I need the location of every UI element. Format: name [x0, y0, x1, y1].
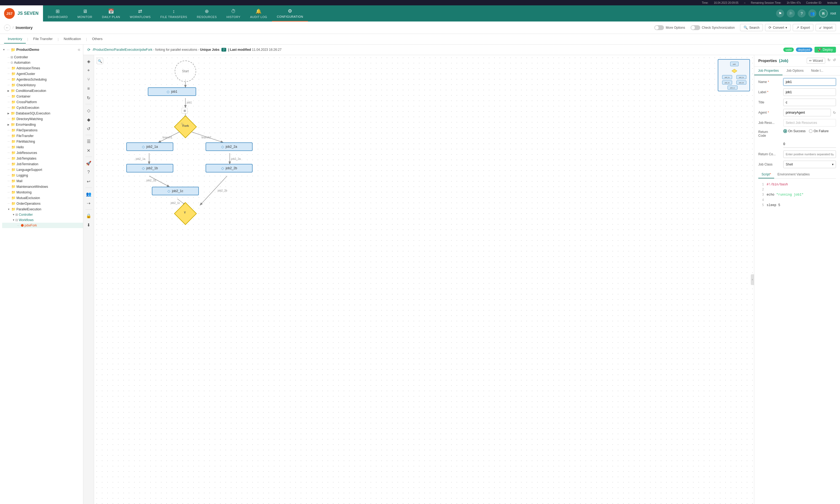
conditional-arrow[interactable]: ▶	[7, 89, 10, 92]
label-input[interactable]	[783, 88, 836, 96]
wf-node-job2-2b[interactable]: ◇ job2_2b	[205, 164, 253, 173]
panel-refresh-btn[interactable]: ↻	[827, 58, 830, 64]
canvas-search-btn[interactable]: 🔍	[97, 58, 103, 64]
radio-on-success[interactable]: On Success	[783, 129, 806, 133]
users-btn[interactable]: 👥	[808, 10, 816, 17]
check-sync-switch[interactable]	[691, 25, 700, 30]
sidebar-item-jobtemplates[interactable]: ··· 📁 JobTemplates	[2, 156, 83, 161]
sidebar-item-automation[interactable]: ··· ⊙ Automation	[2, 60, 83, 65]
job-resources-select[interactable]: Select Job Resources	[783, 119, 836, 127]
flag2-btn[interactable]: ⚐	[787, 10, 795, 17]
tool-users[interactable]: 👥	[85, 190, 93, 198]
tab-file-transfer[interactable]: File Transfer	[30, 35, 56, 43]
nav-history[interactable]: ⏱ HISTORY	[222, 5, 245, 21]
sidebar-item-parallelexecution[interactable]: ▼ 📁 ParallelExecution	[2, 206, 83, 212]
sidebar-item-monitoring[interactable]: ··· 📁 Monitoring	[2, 190, 83, 195]
sidebar-item-agent-cluster[interactable]: ··· 📁 AgentCluster	[2, 71, 83, 76]
wf-node-start[interactable]: Start	[175, 60, 196, 82]
tool-lock[interactable]: 🔒	[85, 212, 93, 220]
sidebar-item-languagesupport[interactable]: ··· 📁 LanguageSupport	[2, 167, 83, 173]
name-input[interactable]	[783, 78, 836, 86]
error-arrow[interactable]: ▶	[7, 123, 10, 126]
sidebar-item-mail[interactable]: ··· 📁 Mail	[2, 178, 83, 184]
sidebar-item-logging[interactable]: ··· 📁 Logging	[2, 173, 83, 178]
import-button[interactable]: ↙ Import	[816, 24, 836, 31]
pe-controller-arrow[interactable]: ▼	[12, 213, 15, 216]
sidebar-item-orderoperations[interactable]: ··· 📁 OrderOperations	[2, 201, 83, 206]
sidebar-item-hello[interactable]: ··· 📁 Hello	[2, 144, 83, 150]
root-expand-arrow[interactable]: ▼	[3, 48, 5, 51]
sidebar-item-database[interactable]: ▶ 📁 DatabaseSQLExecution	[2, 110, 83, 116]
return-code-2-input[interactable]	[783, 150, 836, 158]
parallel-arrow[interactable]: ▼	[7, 208, 10, 211]
back-button[interactable]: ←	[4, 24, 11, 31]
export-button[interactable]: ↗ Export	[793, 24, 814, 31]
prop-tab-job-options[interactable]: Job Options	[783, 67, 807, 75]
flag-btn[interactable]: ⚑	[776, 10, 784, 17]
prop-tab-job-properties[interactable]: Job Properties	[754, 67, 783, 75]
nav-monitor[interactable]: 🖥 MONITOR	[73, 5, 97, 21]
tab-notification[interactable]: Notification	[60, 35, 85, 43]
sidebar-item-mutualexclusion[interactable]: ··· 📁 MutualExclusion	[2, 195, 83, 201]
sidebar-item-fileoperations[interactable]: ··· 📁 FileOperations	[2, 127, 83, 133]
tool-pointer[interactable]: ⌖	[85, 66, 93, 74]
sidebar-item-agentless[interactable]: ··· 📁 AgentlessScheduling	[2, 76, 83, 82]
sidebar-item-container[interactable]: ··· 📁 Container	[2, 93, 83, 99]
tool-select[interactable]: ◈	[85, 57, 93, 65]
nav-daily-plan[interactable]: 📅 DAILY PLAN	[97, 5, 125, 21]
panel-collapse-handle[interactable]: ‹	[751, 274, 754, 285]
sidebar-item-cyclic[interactable]: ··· 📁 CyclicExecution	[2, 105, 83, 110]
collapse-sidebar-btn[interactable]: «	[78, 47, 81, 52]
tool-download[interactable]: ⬇	[85, 221, 93, 229]
tool-diamond2[interactable]: ◆	[85, 115, 93, 124]
sidebar-item-checkhistory[interactable]: ··· 📁 CheckHistory	[2, 82, 83, 88]
workflow-canvas[interactable]: 🔍	[94, 55, 754, 504]
database-arrow[interactable]: ▶	[7, 112, 10, 115]
agent-input[interactable]	[783, 109, 831, 116]
sidebar-item-directorywatching[interactable]: ··· 📁 DirectoryWatching	[2, 116, 83, 122]
radio-on-failure[interactable]: On Failure	[809, 129, 829, 133]
job-class-select[interactable]: Shell ▾	[783, 161, 836, 168]
wf-node-job2-2a[interactable]: ◇ job2_2a	[205, 142, 253, 151]
wf-node-job2-1b[interactable]: ◇ job2_1b	[126, 164, 173, 173]
tool-fork[interactable]: ⑂	[85, 75, 93, 84]
return-code-value-input[interactable]	[783, 140, 836, 148]
tool-loop[interactable]: ↩	[85, 177, 93, 185]
deploy-button[interactable]: 🚀 Deploy	[815, 47, 836, 53]
expand-node[interactable]: ⊞	[182, 108, 187, 114]
pe-workflows-arrow[interactable]: ▼	[12, 219, 15, 221]
tool-question[interactable]: ?	[85, 168, 93, 176]
wf-node-job1[interactable]: ◇ job1	[148, 87, 196, 96]
search-button[interactable]: 🔍 Search	[740, 24, 763, 31]
tool-rocket[interactable]: 🚀	[85, 159, 93, 167]
more-options-switch[interactable]	[654, 25, 664, 30]
sidebar-item-filewatching[interactable]: ··· 📁 FileWatching	[2, 139, 83, 144]
sidebar-item-conditional[interactable]: ▶ 📁 ConditionalExecution	[2, 88, 83, 93]
sidebar-item-admission-times[interactable]: ··· 📁 AdmissionTimes	[2, 65, 83, 71]
tool-diamond[interactable]: ◇	[85, 106, 93, 114]
title-input[interactable]	[783, 98, 836, 106]
sidebar-item-crossplatform[interactable]: ··· 📁 CrossPlatform	[2, 99, 83, 105]
wf-node-job2-1a[interactable]: ◇ job2_1a	[126, 142, 173, 151]
sidebar-item-pe-controller[interactable]: ▼ ⊞ Controller	[2, 212, 83, 217]
wizard-button[interactable]: ✏ Wizard	[807, 58, 825, 64]
tab-others[interactable]: Others	[88, 35, 106, 43]
tool-rotate[interactable]: ↺	[85, 125, 93, 133]
sidebar-item-errorhandling[interactable]: ▶ 📁 ErrorHandling	[2, 122, 83, 127]
nav-configuration[interactable]: ⚙ CONFIGURATION	[272, 5, 308, 21]
tool-refresh[interactable]: ↻	[85, 94, 93, 102]
script-tab-script[interactable]: Script*	[758, 171, 774, 178]
sidebar-item-jobresources[interactable]: ··· 📁 JobResources	[2, 150, 83, 156]
tool-close[interactable]: ✕	[85, 146, 93, 155]
sidebar-item-filetransfer[interactable]: ··· 📁 FileTransfer	[2, 133, 83, 139]
help-btn[interactable]: ?	[798, 10, 806, 17]
tool-align[interactable]: ≡	[85, 85, 93, 93]
nav-workflows[interactable]: ⇄ WORKFLOWS	[125, 5, 156, 21]
sidebar-item-pe-workflows[interactable]: ▼ ⊟ Workflows	[2, 217, 83, 223]
nav-file-transfers[interactable]: ↕ FILE TRANSFERS	[156, 5, 192, 21]
prop-tab-node-i[interactable]: Node I...	[807, 67, 827, 75]
sidebar-item-pdwfork[interactable]: ··· pdwFork	[2, 223, 83, 228]
nav-audit-log[interactable]: 🔔 AUDIT LOG	[245, 5, 272, 21]
nav-resources[interactable]: ⊕ RESOURCES	[192, 5, 222, 21]
sidebar-item-jobtermination[interactable]: ··· 📁 JobTermination	[2, 161, 83, 167]
